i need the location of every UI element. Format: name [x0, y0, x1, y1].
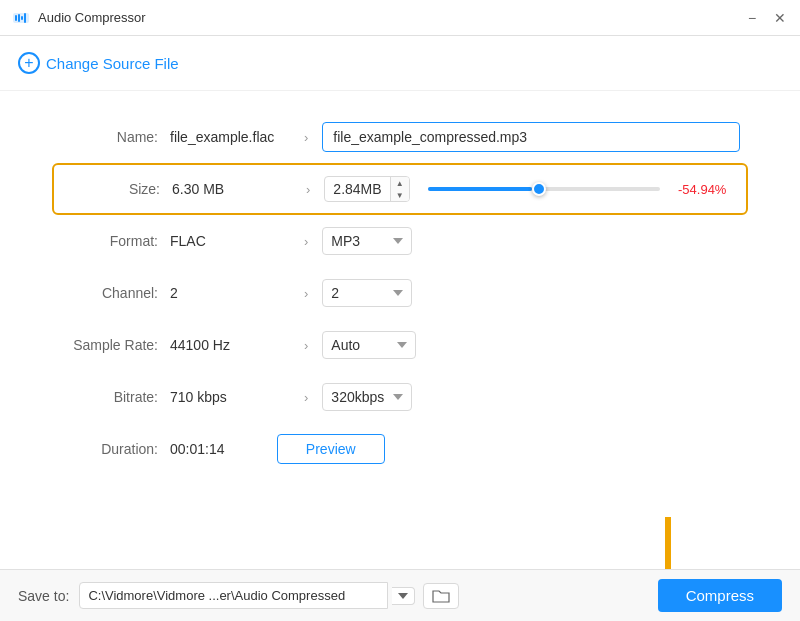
sample-rate-arrow-icon: › [304, 338, 308, 353]
svg-rect-2 [18, 14, 20, 22]
app-icon [12, 9, 30, 27]
bitrate-row: Bitrate: 710 kbps › 64kbps 128kbps 192kb… [60, 371, 740, 423]
bitrate-label: Bitrate: [60, 389, 170, 405]
sample-rate-row: Sample Rate: 44100 Hz › Auto 8000 Hz 220… [60, 319, 740, 371]
name-output-field[interactable] [322, 122, 740, 152]
title-bar: Audio Compressor − ✕ [0, 0, 800, 36]
size-spinbox-arrows: ▲ ▼ [390, 177, 409, 201]
format-select[interactable]: MP3 AAC WAV OGG FLAC [322, 227, 412, 255]
duration-label: Duration: [60, 441, 170, 457]
size-slider-container[interactable] [428, 187, 660, 191]
sample-rate-label: Sample Rate: [60, 337, 170, 353]
name-source-value: file_example.flac [170, 129, 290, 145]
form-area: Name: file_example.flac › Size: 6.30 MB … [0, 91, 800, 569]
bitrate-select[interactable]: 64kbps 128kbps 192kbps 256kbps 320kbps [322, 383, 412, 411]
duration-row: Duration: 00:01:14 › Preview [60, 423, 740, 475]
minimize-button[interactable]: − [744, 10, 760, 26]
duration-value: 00:01:14 [170, 441, 225, 457]
app-title: Audio Compressor [38, 10, 744, 25]
save-to-label: Save to: [18, 588, 69, 604]
bitrate-source-value: 710 kbps [170, 389, 290, 405]
channel-row: Channel: 2 › 1 2 4 6 [60, 267, 740, 319]
preview-button[interactable]: Preview [277, 434, 385, 464]
save-path-container [79, 582, 459, 609]
channel-arrow-icon: › [304, 286, 308, 301]
bitrate-arrow-icon: › [304, 390, 308, 405]
size-spinbox-down[interactable]: ▼ [391, 189, 409, 201]
size-arrow-icon: › [306, 182, 310, 197]
save-path-input[interactable] [79, 582, 388, 609]
format-source-value: FLAC [170, 233, 290, 249]
channel-label: Channel: [60, 285, 170, 301]
format-arrow-icon: › [304, 234, 308, 249]
toolbar: + Change Source File [0, 36, 800, 91]
save-path-dropdown-button[interactable] [392, 587, 415, 605]
size-slider-track [428, 187, 533, 191]
save-path-folder-button[interactable] [423, 583, 459, 609]
arrow-decoration [638, 517, 698, 569]
svg-rect-4 [24, 13, 26, 23]
channel-source-value: 2 [170, 285, 290, 301]
name-label: Name: [60, 129, 170, 145]
bottom-bar: Save to: Compress [0, 569, 800, 621]
size-output-container: 2.84MB ▲ ▼ -54.94% [324, 176, 738, 202]
format-row: Format: FLAC › MP3 AAC WAV OGG FLAC [60, 215, 740, 267]
change-source-button[interactable]: + Change Source File [18, 48, 179, 78]
size-spinbox: 2.84MB ▲ ▼ [324, 176, 409, 202]
svg-rect-1 [15, 15, 17, 21]
compress-button[interactable]: Compress [658, 579, 782, 612]
sample-rate-source-value: 44100 Hz [170, 337, 290, 353]
size-percent-value: -54.94% [678, 182, 738, 197]
name-arrow-icon: › [304, 130, 308, 145]
format-label: Format: [60, 233, 170, 249]
size-slider-thumb[interactable] [532, 182, 546, 196]
name-row: Name: file_example.flac › [60, 111, 740, 163]
close-button[interactable]: ✕ [772, 10, 788, 26]
size-spinbox-up[interactable]: ▲ [391, 177, 409, 189]
channel-select[interactable]: 1 2 4 6 [322, 279, 412, 307]
size-label: Size: [62, 181, 172, 197]
plus-circle-icon: + [18, 52, 40, 74]
size-source-value: 6.30 MB [172, 181, 292, 197]
sample-rate-select[interactable]: Auto 8000 Hz 22050 Hz 44100 Hz 48000 Hz [322, 331, 416, 359]
main-content: + Change Source File Name: file_example.… [0, 36, 800, 569]
svg-rect-3 [21, 16, 23, 20]
window-controls: − ✕ [744, 10, 788, 26]
change-source-label: Change Source File [46, 55, 179, 72]
size-spinbox-value: 2.84MB [325, 177, 389, 201]
size-row: Size: 6.30 MB › 2.84MB ▲ ▼ -54.94% [52, 163, 748, 215]
